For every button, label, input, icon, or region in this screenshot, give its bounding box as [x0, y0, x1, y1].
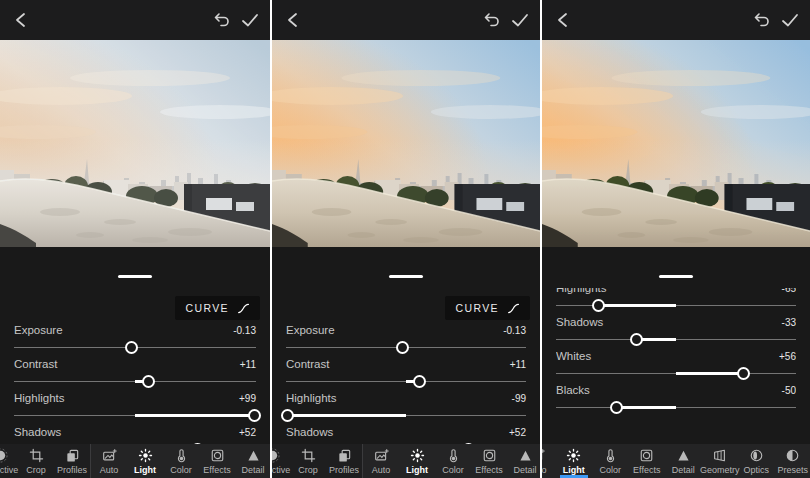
tool-effects[interactable]: Effects	[629, 444, 666, 478]
slider-value: +11	[510, 358, 526, 371]
checkmark-icon[interactable]	[240, 10, 260, 30]
tool-selective[interactable]: Selective	[0, 444, 18, 478]
top-bar	[272, 0, 540, 40]
tool-profiles[interactable]: Profiles	[326, 444, 362, 478]
tool-detail[interactable]: Detail	[507, 444, 540, 478]
slider-shadows: Shadows-33	[556, 316, 796, 346]
slider-knob[interactable]	[281, 409, 294, 422]
detail-icon	[676, 448, 691, 463]
slider-track[interactable]	[286, 409, 526, 422]
curve-label: CURVE	[185, 302, 229, 314]
effects-icon	[639, 448, 654, 463]
slider-blacks: Blacks-50	[556, 384, 796, 414]
slider-highlights: Highlights-99	[286, 392, 526, 422]
light-sliders-scrolled: Highlights-65 Shadows-33 Whites+56 Black…	[556, 288, 796, 444]
auto-icon	[374, 448, 389, 463]
slider-highlights: Highlights+99	[14, 392, 256, 422]
curve-icon	[237, 302, 250, 315]
curve-button[interactable]: CURVE	[175, 296, 260, 320]
slider-track[interactable]	[14, 409, 256, 422]
tool-geometry[interactable]: Geometry	[702, 444, 739, 478]
tool-light[interactable]: Light	[556, 444, 593, 478]
tool-presets[interactable]: Presets	[775, 444, 810, 478]
curve-icon	[507, 302, 520, 315]
curve-button[interactable]: CURVE	[445, 296, 530, 320]
tool-crop[interactable]: Crop	[18, 444, 54, 478]
panel-drag-handle[interactable]	[389, 275, 423, 278]
checkmark-icon[interactable]	[780, 10, 800, 30]
back-button[interactable]	[554, 10, 574, 30]
light-icon	[566, 448, 581, 463]
slider-knob[interactable]	[630, 333, 643, 346]
selective-icon	[272, 448, 280, 463]
slider-knob[interactable]	[610, 401, 623, 414]
slider-label: Whites	[556, 350, 591, 363]
tool-selective[interactable]: Selective	[272, 444, 290, 478]
profiles-icon	[65, 448, 80, 463]
slider-track[interactable]	[556, 401, 796, 414]
slider-value: +99	[239, 392, 256, 405]
auto-icon	[542, 448, 545, 463]
crop-icon	[301, 448, 316, 463]
tool-effects[interactable]: Effects	[471, 444, 507, 478]
slider-label: Contrast	[14, 358, 57, 371]
tool-crop[interactable]: Crop	[290, 444, 326, 478]
undo-icon[interactable]	[212, 10, 232, 30]
slider-label: Exposure	[286, 324, 335, 337]
slider-track[interactable]	[556, 333, 796, 346]
color-icon	[446, 448, 461, 463]
tool-color[interactable]: Color	[435, 444, 471, 478]
color-icon	[603, 448, 618, 463]
tool-detail[interactable]: Detail	[235, 444, 270, 478]
tool-auto[interactable]: Auto	[91, 444, 127, 478]
checkmark-icon[interactable]	[510, 10, 530, 30]
tool-color[interactable]: Color	[592, 444, 629, 478]
slider-contrast: Contrast+11	[14, 358, 256, 388]
slider-track[interactable]	[14, 375, 256, 388]
tool-light[interactable]: Light	[399, 444, 435, 478]
detail-icon	[518, 448, 533, 463]
tool-color[interactable]: Color	[163, 444, 199, 478]
light-icon	[410, 448, 425, 463]
photo-canvas[interactable]	[542, 40, 810, 247]
slider-fill	[135, 414, 255, 417]
slider-value: +52	[239, 426, 256, 439]
tool-strip: Auto Light Color Effects Detail Geometry…	[542, 444, 810, 478]
panel-drag-handle[interactable]	[118, 275, 152, 278]
slider-label: Shadows	[556, 316, 603, 329]
slider-track[interactable]	[14, 341, 256, 354]
slider-exposure: Exposure-0.13	[286, 324, 526, 354]
slider-knob[interactable]	[592, 299, 605, 312]
top-bar	[0, 0, 270, 40]
tool-auto[interactable]: Auto	[542, 444, 556, 478]
panel-drag-handle[interactable]	[659, 275, 693, 278]
slider-knob[interactable]	[142, 375, 155, 388]
tool-detail[interactable]: Detail	[665, 444, 702, 478]
slider-fill	[676, 372, 743, 375]
undo-icon[interactable]	[752, 10, 772, 30]
auto-icon	[102, 448, 117, 463]
slider-track[interactable]	[556, 299, 796, 312]
slider-fill	[616, 406, 676, 409]
slider-label: Highlights	[556, 288, 607, 295]
undo-icon[interactable]	[482, 10, 502, 30]
slider-knob[interactable]	[248, 409, 261, 422]
back-button[interactable]	[12, 10, 32, 30]
tool-effects[interactable]: Effects	[199, 444, 235, 478]
slider-track[interactable]	[286, 375, 526, 388]
photo-canvas[interactable]	[0, 40, 270, 247]
slider-knob[interactable]	[396, 341, 409, 354]
photo-canvas[interactable]	[272, 40, 540, 247]
slider-track[interactable]	[556, 367, 796, 380]
selective-icon	[0, 448, 8, 463]
tool-light[interactable]: Light	[127, 444, 163, 478]
tool-profiles[interactable]: Profiles	[54, 444, 90, 478]
slider-knob[interactable]	[737, 367, 750, 380]
tool-auto[interactable]: Auto	[363, 444, 399, 478]
slider-knob[interactable]	[125, 341, 138, 354]
tool-optics[interactable]: Optics	[738, 444, 775, 478]
slider-track[interactable]	[286, 341, 526, 354]
slider-knob[interactable]	[413, 375, 426, 388]
slider-exposure: Exposure-0.13	[14, 324, 256, 354]
back-button[interactable]	[284, 10, 304, 30]
